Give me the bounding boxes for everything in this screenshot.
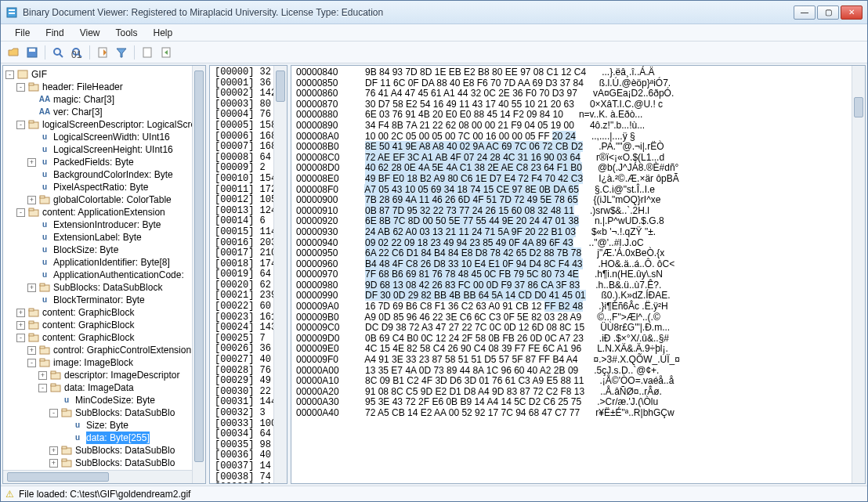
hex-row[interactable]: 00000930 24 AB 62 A0 03 13 21 11 24 71 5… [296, 227, 849, 238]
hex-row[interactable]: 000008A0 10 00 2C 05 00 05 00 7C 00 16 0… [296, 132, 849, 143]
tree-toggle-icon[interactable]: + [27, 284, 36, 292]
tree-node[interactable]: +uPackedFields: Byte [5, 156, 205, 168]
hex-row[interactable]: 00000870 30 D7 58 E2 54 16 49 11 43 17 4… [296, 99, 849, 110]
tree-node[interactable]: +descriptor: ImageDescriptor [5, 369, 205, 381]
offsets-scrollbar-v[interactable] [273, 66, 287, 483]
find-hex-icon[interactable]: 01 [69, 45, 85, 60]
hex-pane[interactable]: 00000840 9B 84 93 7D 8D 1E EB E2 B8 80 E… [291, 65, 866, 484]
tree-toggle-icon[interactable]: - [16, 334, 25, 342]
tree-node[interactable]: -content: ApplicationExtension [5, 206, 205, 218]
hex-row[interactable]: 000008B0 8E 50 41 9E A8 A8 40 02 9A AC 6… [296, 142, 849, 153]
tree-node[interactable]: uLogicalScreenWidth: UInt16 [5, 131, 205, 143]
tree-scrollbar-h[interactable] [3, 470, 192, 483]
hex-row[interactable]: 00000890 34 F4 8B 7A 21 22 62 08 00 00 2… [296, 121, 849, 132]
tree-toggle-icon[interactable]: - [5, 70, 14, 79]
open-icon[interactable] [5, 45, 21, 60]
close-button[interactable]: ✕ [841, 5, 863, 20]
tree-node[interactable]: uSize: Byte [5, 419, 205, 432]
find-icon[interactable] [50, 45, 66, 60]
tree-node[interactable]: uMinCodeSize: Byte [5, 394, 205, 406]
tree-toggle-icon[interactable]: + [38, 371, 47, 380]
hex-row[interactable]: 00000A20 91 08 8C C5 9D E2 D1 D8 A4 9D 8… [296, 387, 849, 398]
tree-toggle-icon[interactable]: - [16, 83, 25, 92]
hex-row[interactable]: 00000970 7F 68 B6 69 81 76 78 48 45 0C F… [296, 269, 849, 280]
hex-row[interactable]: 00000840 9B 84 93 7D 8D 1E EB E2 B8 80 E… [296, 67, 849, 78]
tree-node[interactable]: -content: GraphicBlock [5, 331, 205, 344]
tree-node[interactable]: -GIF [5, 68, 205, 81]
tree-node[interactable]: +SubBlocks: DataSubBlock [5, 281, 205, 294]
tree-node[interactable]: uApplicationIdentifier: Byte[8] [5, 256, 205, 269]
offsets-pane[interactable]: [00000] 32 [00001] 36 [00002] 142 [00003… [209, 65, 288, 484]
tree-node[interactable]: AAmagic: Char[3] [5, 93, 205, 106]
hex-row[interactable]: 00000A40 72 A5 CB 14 E2 AA 00 52 92 17 7… [296, 408, 849, 419]
hex-row[interactable]: 000009B0 A9 0D 85 96 46 22 3E C6 6C C3 0… [296, 312, 849, 323]
tree-node[interactable]: AAver: Char[3] [5, 106, 205, 118]
hex-row[interactable]: 00000990 DF 30 0D 29 82 BB 4B BB 64 5A 1… [296, 291, 849, 302]
hex-row[interactable]: 00000A10 8C 09 B1 C2 4F 3D D6 3D 01 76 6… [296, 376, 849, 387]
tree-toggle-icon[interactable]: - [16, 121, 25, 129]
tree-node[interactable]: -data: ImageData [5, 381, 205, 394]
hex-row[interactable]: 00000950 6A 22 C6 D1 84 B4 84 E8 D8 78 4… [296, 248, 849, 259]
hex-row[interactable]: 000008C0 72 AE EF 3C A1 AB 4F 07 24 28 4… [296, 153, 849, 164]
tree-toggle-icon[interactable]: + [49, 459, 58, 468]
tree-toggle-icon[interactable]: + [27, 196, 36, 204]
hex-row[interactable]: 00000980 9D 68 13 08 42 26 83 FC 00 0D F… [296, 280, 849, 291]
tree-node[interactable]: uLogicalScreenHeight: UInt16 [5, 143, 205, 156]
hex-row[interactable]: 000009F0 A4 91 3E 33 23 87 58 51 51 D5 5… [296, 355, 849, 366]
tree-node[interactable]: uExtensionLabel: Byte [5, 231, 205, 244]
tree-toggle-icon[interactable]: + [16, 309, 25, 317]
menu-find[interactable]: Find [38, 26, 71, 40]
hex-row[interactable]: 000008D0 40 62 28 0E 4A 5E 4A C1 38 2E A… [296, 163, 849, 174]
tree-node[interactable]: uBlockSize: Byte [5, 244, 205, 256]
hex-row[interactable]: 00000940 09 02 22 09 18 23 49 94 23 85 4… [296, 238, 849, 249]
tree-node[interactable]: uBlockTerminator: Byte [5, 294, 205, 306]
tree-toggle-icon[interactable]: + [49, 446, 58, 455]
menu-view[interactable]: View [72, 26, 108, 40]
hex-row[interactable]: 00000900 7B 28 69 4A 11 46 26 6D 4F 51 7… [296, 195, 849, 206]
tree-node[interactable]: udata: Byte[255] [5, 432, 205, 444]
hex-row[interactable]: 00000860 76 41 A4 47 45 61 A1 44 32 0C 2… [296, 88, 849, 99]
tree-toggle-icon[interactable]: + [27, 346, 36, 355]
hex-row[interactable]: 00000850 DF 11 6C 0F DA 88 40 E8 F6 70 7… [296, 78, 849, 89]
tree-node[interactable]: uBackgroundColorIndex: Byte [5, 168, 205, 181]
menu-help[interactable]: Help [146, 26, 181, 40]
menu-file[interactable]: File [7, 26, 38, 40]
hex-row[interactable]: 00000920 6E 8B 7C 8D 00 50 5E 77 55 44 9… [296, 216, 849, 227]
hex-row[interactable]: 000009E0 4C 15 4E 82 58 C4 26 90 C4 08 3… [296, 344, 849, 355]
tree-node[interactable]: +control: GraphicControlExtension [5, 344, 205, 356]
hex-row[interactable]: 000009A0 16 7D 69 B6 C8 F1 36 C2 63 A0 9… [296, 302, 849, 312]
maximize-button[interactable]: ▢ [817, 5, 839, 20]
hex-row[interactable]: 00000A30 95 3E 43 72 2F E6 0B B9 14 A4 1… [296, 397, 849, 408]
tree-toggle-icon[interactable]: + [27, 158, 36, 167]
tree-pane[interactable]: -GIF-header: FileHeaderAAmagic: Char[3]A… [2, 65, 206, 484]
menu-tools[interactable]: Tools [107, 26, 145, 40]
tree-scrollbar-v[interactable] [192, 66, 205, 483]
hex-row[interactable]: 00000880 6E 03 76 91 4B 20 E0 E0 88 45 1… [296, 110, 849, 121]
minimize-button[interactable]: — [794, 5, 816, 20]
funnel-icon[interactable] [114, 45, 129, 60]
tree-toggle-icon[interactable]: - [16, 208, 25, 217]
hex-row[interactable]: 00000960 B4 48 4F C8 26 D8 33 10 E4 E1 0… [296, 259, 849, 270]
tree-node[interactable]: -image: ImageBlock [5, 356, 205, 369]
tree-node[interactable]: uExtensionIntroducer: Byte [5, 218, 205, 231]
hex-row[interactable]: 000008F0 A7 05 43 10 05 69 34 18 74 15 C… [296, 185, 849, 196]
edit-icon[interactable] [95, 45, 110, 60]
tree-toggle-icon[interactable]: - [38, 384, 47, 392]
tree-node[interactable]: +globalColortable: ColorTable [5, 193, 205, 206]
tree-node[interactable]: +SubBlocks: DataSubBlo [5, 444, 205, 457]
tree-node[interactable]: +content: GraphicBlock [5, 319, 205, 331]
hex-row[interactable]: 000009C0 DC D9 38 72 A3 47 27 22 7C 0C 0… [296, 323, 849, 334]
tree-node[interactable]: -logicalScreenDescriptor: LogicalScre [5, 118, 205, 131]
tree-toggle-icon[interactable]: - [27, 359, 36, 367]
save-icon[interactable] [24, 45, 40, 60]
tree-node[interactable]: uApplicationAuthenticationCode: [5, 269, 205, 281]
tree-toggle-icon[interactable]: - [49, 409, 58, 417]
hex-row[interactable]: 000008E0 49 BF E0 18 B2 A9 80 C6 1E D7 E… [296, 174, 849, 185]
page-icon[interactable] [139, 45, 155, 60]
hex-scrollbar-v[interactable] [852, 66, 865, 483]
tree-node[interactable]: +SubBlocks: DataSubBlo [5, 457, 205, 469]
hex-row[interactable]: 00000A00 13 35 E7 4A 0D 73 89 44 8A 1C 9… [296, 366, 849, 377]
tree-toggle-icon[interactable]: + [16, 321, 25, 330]
tree-node[interactable]: -header: FileHeader [5, 81, 205, 93]
tree-node[interactable]: -SubBlocks: DataSubBlo [5, 406, 205, 419]
